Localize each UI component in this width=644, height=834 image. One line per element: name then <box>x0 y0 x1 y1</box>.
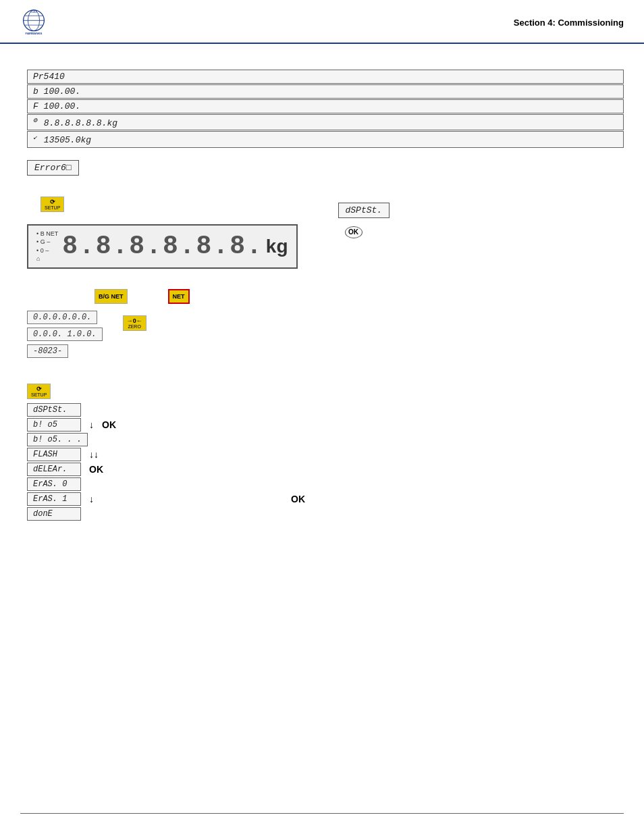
display-indicators: • B NET • G – • 0 – ⌂ <box>36 230 58 263</box>
error-display: Error6□ <box>27 160 79 176</box>
section2-left: ⟳ SETUP • B NET • G – • 0 – ⌂ 8.8.8.8.8.… <box>27 196 298 269</box>
lcd-line-5: ↙ 13505.0kg <box>27 131 624 147</box>
page-header: FAIRBANKS SCALE Section 4: Commissioning <box>0 0 644 44</box>
lcd-sequence-group: Pr5410 b 100.00. F 100.00. ⚙ 8.8.8.8.8.8… <box>27 70 624 148</box>
menu-item-eras1: ErAS. 1 <box>27 492 81 506</box>
section3-lcds: 0.0.0.0.0.0. 0.0.0. 1.0.0. -8023- <box>27 309 103 359</box>
section-4: ⟳ SETUP dSPtSt. b! o5 ↓ OK b! o5. . . FL… <box>27 383 624 521</box>
dspt-display: dSPtSt. <box>338 203 390 218</box>
header-title: Section 4: Commissioning <box>514 18 624 28</box>
menu-item-flash: FLASH <box>27 448 81 461</box>
arrow-3: ↓↓ <box>89 449 99 460</box>
arrow-1: ↓ <box>89 419 94 430</box>
section-2: ⟳ SETUP • B NET • G – • 0 – ⌂ 8.8.8.8.8.… <box>27 196 624 269</box>
setup-key[interactable]: ⟳ SETUP <box>41 197 64 212</box>
section-3: B/G NET NET 0.0.0.0.0.0. 0.0.0. 1.0.0. -… <box>27 289 624 359</box>
menu-row-2: b! o5. . . <box>27 433 624 446</box>
ok-button[interactable]: OK <box>345 226 363 238</box>
menu-row-5: ErAS. 0 <box>27 477 624 491</box>
lcd-line-1: Pr5410 <box>27 70 624 84</box>
setup-key-2[interactable]: ⟳ SETUP <box>27 384 51 399</box>
menu-row-1: b! o5 ↓ OK <box>27 418 624 432</box>
bg-net-key[interactable]: B/G NET <box>95 289 128 304</box>
menu-item-eras0: ErAS. 0 <box>27 477 81 491</box>
lcd-line-4: ⚙ 8.8.8.8.8.8.kg <box>27 114 624 130</box>
lcd-line-3: F 100.00. <box>27 99 624 113</box>
ok-label-6: OK <box>291 494 305 504</box>
menu-row-6: ErAS. 1 ↓ OK <box>27 492 624 506</box>
lcd-line-2: b 100.00. <box>27 84 624 99</box>
net-key[interactable]: NET <box>168 289 190 304</box>
lcd-row-2: 0.0.0. 1.0.0. <box>27 328 103 341</box>
menu-row-4: dELEAr. OK <box>27 463 624 476</box>
menu-item-bios-dots: b! o5. . . <box>27 433 88 446</box>
lcd-row-3: -8023- <box>27 344 68 358</box>
svg-text:FAIRBANKS: FAIRBANKS <box>26 32 43 35</box>
menu-row-0: dSPtSt. <box>27 403 624 417</box>
menu-item-done: donE <box>27 507 81 521</box>
menu-item-dsptst: dSPtSt. <box>27 403 81 417</box>
menu-row-7: donE <box>27 507 624 521</box>
zero-key[interactable]: →0← ZERO <box>123 315 146 331</box>
section-1: Pr5410 b 100.00. F 100.00. ⚙ 8.8.8.8.8.8… <box>27 70 624 176</box>
menu-row-3: FLASH ↓↓ <box>27 448 624 461</box>
display-unit: kg <box>266 236 288 257</box>
ok-label-1: OK <box>102 419 116 430</box>
display-digits: 8.8.8.8.8.8. <box>62 232 263 261</box>
svg-text:SCALE: SCALE <box>30 11 38 14</box>
bottom-divider <box>20 813 624 814</box>
section2-right: dSPtSt. OK <box>338 196 390 238</box>
logo-area: FAIRBANKS SCALE <box>14 7 54 38</box>
fairbanks-logo: FAIRBANKS SCALE <box>14 7 54 36</box>
arrow-6: ↓ <box>89 494 94 504</box>
lcd-row-1: 0.0.0.0.0.0. <box>27 311 97 324</box>
big-display: • B NET • G – • 0 – ⌂ 8.8.8.8.8.8. kg <box>27 224 298 269</box>
page-content: Pr5410 b 100.00. F 100.00. ⚙ 8.8.8.8.8.8… <box>0 44 644 536</box>
ok-label-4: OK <box>89 464 103 475</box>
menu-item-bios: b! o5 <box>27 418 81 432</box>
menu-item-delear: dELEAr. <box>27 463 81 476</box>
